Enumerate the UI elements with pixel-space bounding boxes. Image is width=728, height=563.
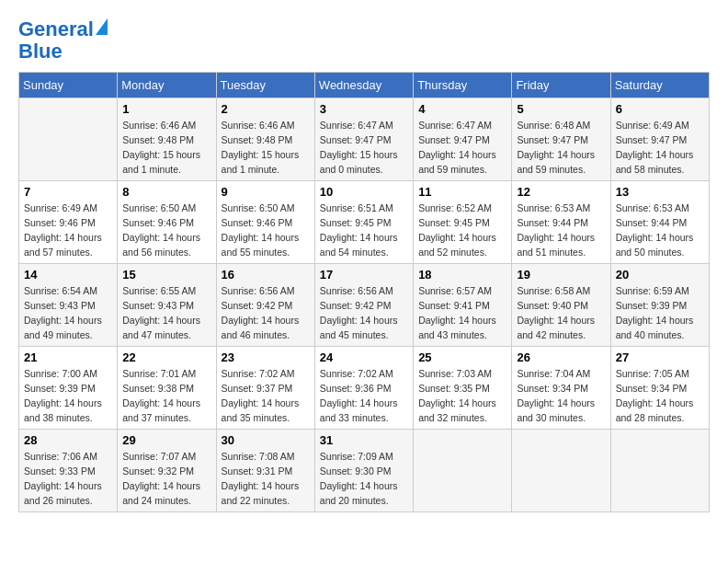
header-cell-tuesday: Tuesday	[216, 73, 314, 98]
day-number: 5	[517, 102, 605, 116]
day-cell: 24Sunrise: 7:02 AMSunset: 9:36 PMDayligh…	[314, 347, 413, 430]
day-info: Sunrise: 7:01 AMSunset: 9:38 PMDaylight:…	[122, 367, 210, 425]
day-cell: 11Sunrise: 6:52 AMSunset: 9:45 PMDayligh…	[414, 181, 512, 264]
day-number: 6	[616, 102, 704, 116]
day-info: Sunrise: 7:03 AMSunset: 9:35 PMDaylight:…	[418, 367, 506, 425]
day-number: 1	[122, 102, 210, 116]
day-info: Sunrise: 6:49 AMSunset: 9:46 PMDaylight:…	[24, 201, 112, 259]
day-number: 15	[122, 268, 210, 282]
day-info: Sunrise: 6:53 AMSunset: 9:44 PMDaylight:…	[517, 201, 605, 259]
page-header: General Blue	[18, 18, 710, 63]
day-number: 16	[222, 268, 310, 282]
header-cell-thursday: Thursday	[414, 73, 512, 98]
day-info: Sunrise: 6:46 AMSunset: 9:48 PMDaylight:…	[122, 119, 210, 177]
day-cell: 6Sunrise: 6:49 AMSunset: 9:47 PMDaylight…	[610, 98, 709, 181]
day-info: Sunrise: 7:02 AMSunset: 9:36 PMDaylight:…	[320, 367, 408, 425]
day-number: 3	[320, 102, 408, 116]
day-number: 13	[616, 185, 704, 199]
day-cell: 21Sunrise: 7:00 AMSunset: 9:39 PMDayligh…	[19, 347, 118, 430]
day-info: Sunrise: 7:02 AMSunset: 9:37 PMDaylight:…	[222, 367, 310, 425]
header-cell-sunday: Sunday	[19, 73, 118, 98]
day-cell: 2Sunrise: 6:46 AMSunset: 9:48 PMDaylight…	[216, 98, 314, 181]
day-cell	[512, 430, 610, 512]
day-cell: 14Sunrise: 6:54 AMSunset: 9:43 PMDayligh…	[19, 264, 118, 347]
day-cell: 9Sunrise: 6:50 AMSunset: 9:46 PMDaylight…	[216, 181, 314, 264]
day-cell: 22Sunrise: 7:01 AMSunset: 9:38 PMDayligh…	[118, 347, 216, 430]
day-info: Sunrise: 7:07 AMSunset: 9:32 PMDaylight:…	[122, 450, 210, 508]
week-row-2: 7Sunrise: 6:49 AMSunset: 9:46 PMDaylight…	[19, 181, 710, 264]
day-info: Sunrise: 6:47 AMSunset: 9:47 PMDaylight:…	[320, 119, 408, 177]
day-number: 11	[418, 185, 506, 199]
day-cell: 18Sunrise: 6:57 AMSunset: 9:41 PMDayligh…	[414, 264, 512, 347]
logo-arrow-icon	[96, 18, 108, 35]
calendar-table: SundayMondayTuesdayWednesdayThursdayFrid…	[18, 72, 710, 512]
week-row-3: 14Sunrise: 6:54 AMSunset: 9:43 PMDayligh…	[19, 264, 710, 347]
day-number: 28	[24, 433, 112, 447]
day-cell	[610, 430, 709, 512]
logo-general: General	[18, 17, 94, 40]
day-info: Sunrise: 7:08 AMSunset: 9:31 PMDaylight:…	[222, 450, 310, 508]
day-number: 26	[517, 350, 605, 364]
day-cell: 20Sunrise: 6:59 AMSunset: 9:39 PMDayligh…	[610, 264, 709, 347]
day-info: Sunrise: 6:53 AMSunset: 9:44 PMDaylight:…	[616, 201, 704, 259]
day-cell: 16Sunrise: 6:56 AMSunset: 9:42 PMDayligh…	[216, 264, 314, 347]
day-cell: 4Sunrise: 6:47 AMSunset: 9:47 PMDaylight…	[414, 98, 512, 181]
day-cell: 27Sunrise: 7:05 AMSunset: 9:34 PMDayligh…	[610, 347, 709, 430]
day-number: 27	[616, 350, 704, 364]
day-info: Sunrise: 6:50 AMSunset: 9:46 PMDaylight:…	[222, 201, 310, 259]
week-row-4: 21Sunrise: 7:00 AMSunset: 9:39 PMDayligh…	[19, 347, 710, 430]
day-cell: 30Sunrise: 7:08 AMSunset: 9:31 PMDayligh…	[216, 430, 314, 512]
day-info: Sunrise: 6:55 AMSunset: 9:43 PMDaylight:…	[122, 284, 210, 342]
day-info: Sunrise: 6:58 AMSunset: 9:40 PMDaylight:…	[517, 284, 605, 342]
day-cell: 19Sunrise: 6:58 AMSunset: 9:40 PMDayligh…	[512, 264, 610, 347]
header-cell-wednesday: Wednesday	[314, 73, 413, 98]
day-info: Sunrise: 6:57 AMSunset: 9:41 PMDaylight:…	[418, 284, 506, 342]
day-cell: 31Sunrise: 7:09 AMSunset: 9:30 PMDayligh…	[314, 430, 413, 512]
day-cell: 23Sunrise: 7:02 AMSunset: 9:37 PMDayligh…	[216, 347, 314, 430]
day-info: Sunrise: 6:51 AMSunset: 9:45 PMDaylight:…	[320, 201, 408, 259]
day-info: Sunrise: 6:56 AMSunset: 9:42 PMDaylight:…	[222, 284, 310, 342]
day-number: 2	[222, 102, 310, 116]
day-cell: 5Sunrise: 6:48 AMSunset: 9:47 PMDaylight…	[512, 98, 610, 181]
day-cell: 7Sunrise: 6:49 AMSunset: 9:46 PMDaylight…	[19, 181, 118, 264]
header-cell-monday: Monday	[118, 73, 216, 98]
day-info: Sunrise: 7:06 AMSunset: 9:33 PMDaylight:…	[24, 450, 112, 508]
day-number: 24	[320, 350, 408, 364]
day-info: Sunrise: 6:52 AMSunset: 9:45 PMDaylight:…	[418, 201, 506, 259]
header-row: SundayMondayTuesdayWednesdayThursdayFrid…	[19, 73, 710, 98]
day-number: 19	[517, 268, 605, 282]
day-info: Sunrise: 7:09 AMSunset: 9:30 PMDaylight:…	[320, 450, 408, 508]
logo-text: General Blue	[18, 18, 108, 63]
day-number: 17	[320, 268, 408, 282]
day-number: 20	[616, 268, 704, 282]
day-cell: 26Sunrise: 7:04 AMSunset: 9:34 PMDayligh…	[512, 347, 610, 430]
day-cell: 1Sunrise: 6:46 AMSunset: 9:48 PMDaylight…	[118, 98, 216, 181]
day-number: 30	[222, 433, 310, 447]
day-cell: 15Sunrise: 6:55 AMSunset: 9:43 PMDayligh…	[118, 264, 216, 347]
day-info: Sunrise: 6:56 AMSunset: 9:42 PMDaylight:…	[320, 284, 408, 342]
day-info: Sunrise: 7:00 AMSunset: 9:39 PMDaylight:…	[24, 367, 112, 425]
day-cell: 17Sunrise: 6:56 AMSunset: 9:42 PMDayligh…	[314, 264, 413, 347]
day-cell: 28Sunrise: 7:06 AMSunset: 9:33 PMDayligh…	[19, 430, 118, 512]
logo: General Blue	[18, 18, 108, 63]
day-info: Sunrise: 6:46 AMSunset: 9:48 PMDaylight:…	[222, 119, 310, 177]
day-number: 31	[320, 433, 408, 447]
day-cell	[414, 430, 512, 512]
day-cell: 12Sunrise: 6:53 AMSunset: 9:44 PMDayligh…	[512, 181, 610, 264]
day-number: 25	[418, 350, 506, 364]
week-row-5: 28Sunrise: 7:06 AMSunset: 9:33 PMDayligh…	[19, 430, 710, 512]
day-number: 14	[24, 268, 112, 282]
day-number: 23	[222, 350, 310, 364]
day-cell: 29Sunrise: 7:07 AMSunset: 9:32 PMDayligh…	[118, 430, 216, 512]
day-cell: 13Sunrise: 6:53 AMSunset: 9:44 PMDayligh…	[610, 181, 709, 264]
day-info: Sunrise: 6:48 AMSunset: 9:47 PMDaylight:…	[517, 119, 605, 177]
day-number: 8	[122, 185, 210, 199]
day-number: 4	[418, 102, 506, 116]
day-cell	[19, 98, 118, 181]
day-number: 29	[122, 433, 210, 447]
day-cell: 10Sunrise: 6:51 AMSunset: 9:45 PMDayligh…	[314, 181, 413, 264]
day-info: Sunrise: 7:05 AMSunset: 9:34 PMDaylight:…	[616, 367, 704, 425]
day-number: 22	[122, 350, 210, 364]
logo-blue: Blue	[18, 40, 63, 63]
day-info: Sunrise: 6:49 AMSunset: 9:47 PMDaylight:…	[616, 119, 704, 177]
